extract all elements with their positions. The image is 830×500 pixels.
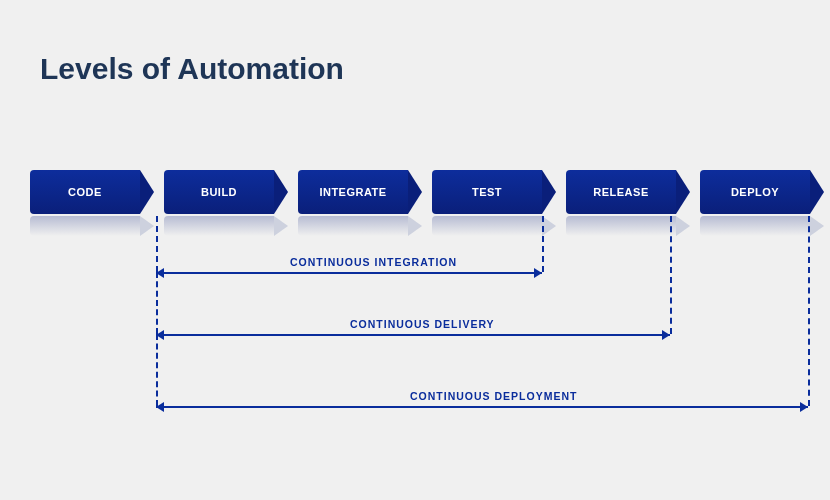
level-label-delivery: CONTINUOUS DELIVERY (350, 318, 495, 330)
dashed-line (156, 334, 158, 406)
stage-label: DEPLOY (731, 186, 779, 198)
level-label-deployment: CONTINUOUS DEPLOYMENT (410, 390, 577, 402)
stage-build: BUILD (164, 170, 274, 214)
stage-code: CODE (30, 170, 140, 214)
levels-area: CONTINUOUS INTEGRATION CONTINUOUS DELIVE… (30, 216, 810, 476)
bracket-line (156, 334, 670, 336)
stage-integrate: INTEGRATE (298, 170, 408, 214)
stage-label: CODE (68, 186, 102, 198)
stage-label: INTEGRATE (319, 186, 386, 198)
bracket-line (156, 272, 542, 274)
dashed-line (156, 272, 158, 334)
level-label-integration: CONTINUOUS INTEGRATION (290, 256, 457, 268)
dashed-line (156, 216, 158, 272)
dashed-line (808, 216, 810, 406)
page-title: Levels of Automation (40, 52, 344, 86)
stage-test: TEST (432, 170, 542, 214)
stage-deploy: DEPLOY (700, 170, 810, 214)
bracket-line (156, 406, 808, 408)
stage-label: BUILD (201, 186, 237, 198)
stage-release: RELEASE (566, 170, 676, 214)
stage-label: RELEASE (593, 186, 648, 198)
stage-label: TEST (472, 186, 502, 198)
dashed-line (670, 216, 672, 334)
dashed-line (542, 216, 544, 272)
pipeline-row: CODE BUILD INTEGRATE TEST RELEASE DEPLOY (30, 170, 810, 214)
